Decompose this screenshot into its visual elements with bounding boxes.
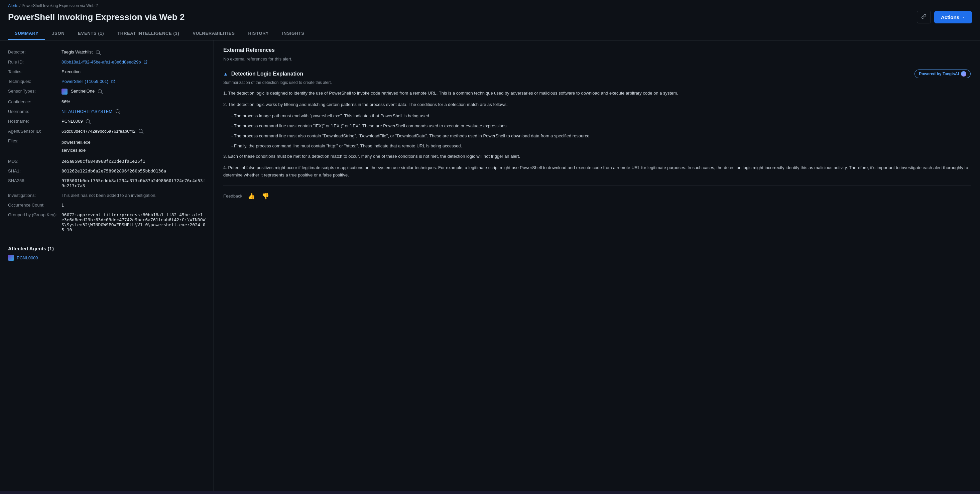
group-key-value: 96072:app:event-filter:process:80bb18a1-… <box>62 210 205 235</box>
detection-p3: 3. Each of these conditions must be met … <box>223 153 970 160</box>
rule-id-link[interactable]: 80bb18a1-ff82-45be-afe1-e3e6d8eed29b <box>62 59 141 65</box>
detection-bullet3: - The process command line must also con… <box>223 132 970 140</box>
right-panel: External References No external referenc… <box>214 40 980 491</box>
table-row: Techniques: PowerShell (T1059.001) <box>8 76 205 86</box>
left-panel: Detector: Taegis Watchlist Rule ID: 80bb… <box>0 40 214 491</box>
rule-id-value: 80bb18a1-ff82-45be-afe1-e3e6d8eed29b <box>62 57 205 67</box>
breadcrumb-alerts-link[interactable]: Alerts <box>8 3 18 8</box>
detector-search-icon[interactable] <box>96 50 100 55</box>
table-row: Tactics: Execution <box>8 67 205 76</box>
breadcrumb-separator: / <box>19 3 21 8</box>
detection-p2: 2. The detection logic works by filterin… <box>223 101 970 108</box>
thumbs-down-button[interactable]: 👎 <box>260 191 270 201</box>
agent-sensor-label: Agent/Sensor ID: <box>8 126 62 137</box>
page-title: PowerShell Invoking Expression via Web 2 <box>8 12 185 22</box>
detection-p1: 1. The detection logic is designed to id… <box>223 90 970 97</box>
investigations-label: Investigations: <box>8 191 62 200</box>
techniques-label: Techniques: <box>8 76 62 86</box>
tab-summary[interactable]: Summary <box>8 27 45 40</box>
sha1-value: 801262e122db6a2e758962896f260b55bbd0136a <box>62 166 205 176</box>
tactics-value: Execution <box>62 67 205 76</box>
meta-table: Detector: Taegis Watchlist Rule ID: 80bb… <box>8 47 205 235</box>
thumbs-up-button[interactable]: 👍 <box>247 191 256 201</box>
sha256-value: 9785001b0dcf755eddb8af294a373c0b87b24986… <box>62 176 205 191</box>
top-bar: Alerts / PowerShell Invoking Expression … <box>0 0 980 40</box>
tactics-label: Tactics: <box>8 67 62 76</box>
username-link[interactable]: NT AUTHORITY\SYSTEM <box>62 109 112 114</box>
username-value: NT AUTHORITY\SYSTEM <box>62 106 205 117</box>
sensor-value: SentinelOne <box>62 86 205 97</box>
confidence-value: 66% <box>62 97 205 106</box>
tab-events[interactable]: Events (1) <box>71 27 111 40</box>
detection-body: 1. The detection logic is designed to id… <box>223 90 970 179</box>
table-row: Files: powershell.exe services.exe <box>8 136 205 156</box>
hostname-value: PCNL0009 <box>62 116 205 126</box>
detection-subtitle: Summarization of the detection logic use… <box>223 80 970 85</box>
breadcrumb-current: PowerShell Invoking Expression via Web 2 <box>22 3 98 8</box>
confidence-label: Confidence: <box>8 97 62 106</box>
table-row: Occurrence Count: 1 <box>8 200 205 210</box>
feedback-label: Feedback <box>223 194 242 199</box>
agent-sensor-value: 63dc03dec47742e9bcc6a761feab6f42 <box>62 126 205 137</box>
group-key-label: Grouped by (Group Key): <box>8 210 62 235</box>
actions-button[interactable]: Actions <box>934 11 972 24</box>
tab-threat-intel[interactable]: Threat Intelligence (3) <box>111 27 186 40</box>
actions-label: Actions <box>941 14 959 20</box>
section-divider <box>8 240 205 240</box>
table-row: SHA1: 801262e122db6a2e758962896f260b55bb… <box>8 166 205 176</box>
table-row: SHA256: 9785001b0dcf755eddb8af294a373c0b… <box>8 176 205 191</box>
detection-logic-title: Detection Logic Explanation <box>231 71 303 77</box>
table-row: Agent/Sensor ID: 63dc03dec47742e9bcc6a76… <box>8 126 205 137</box>
agent-logo-icon <box>8 255 14 261</box>
username-label: Username: <box>8 106 62 117</box>
md5-value: 2e5a8590cf6848968fc23de3fa1e25f1 <box>62 156 205 166</box>
affected-agents-title: Affected Agents (1) <box>8 246 205 251</box>
taegis-ai-icon <box>961 71 966 76</box>
sensor-types-label: Sensor Types: <box>8 86 62 97</box>
rule-id-label: Rule ID: <box>8 57 62 67</box>
tab-insights[interactable]: Insights <box>275 27 311 40</box>
table-row: Grouped by (Group Key): 96072:app:event-… <box>8 210 205 235</box>
tab-history[interactable]: History <box>241 27 275 40</box>
files-value: powershell.exe services.exe <box>62 136 205 156</box>
breadcrumb: Alerts / PowerShell Invoking Expression … <box>8 3 972 8</box>
collapse-icon[interactable]: ▲ <box>223 71 228 76</box>
sensor-search-icon[interactable] <box>98 89 103 94</box>
taegis-badge-label: Powered by TaegisAI <box>919 71 959 76</box>
agent-search-icon[interactable] <box>139 129 143 134</box>
techniques-value: PowerShell (T1059.001) <box>62 76 205 86</box>
link-icon <box>921 14 926 19</box>
copy-link-button[interactable] <box>917 11 931 24</box>
agent-name-link[interactable]: PCNL0009 <box>17 255 38 261</box>
table-row: Confidence: 66% <box>8 97 205 106</box>
table-row: MD5: 2e5a8590cf6848968fc23de3fa1e25f1 <box>8 156 205 166</box>
table-row: Detector: Taegis Watchlist <box>8 47 205 57</box>
table-row: Rule ID: 80bb18a1-ff82-45be-afe1-e3e6d8e… <box>8 57 205 67</box>
title-row: PowerShell Invoking Expression via Web 2… <box>8 11 972 24</box>
techniques-link[interactable]: PowerShell (T1059.001) <box>62 79 108 84</box>
detector-value: Taegis Watchlist <box>62 47 205 57</box>
tab-json[interactable]: JSON <box>45 27 71 40</box>
detection-logic-header: ▲ Detection Logic Explanation Powered by… <box>223 70 970 78</box>
table-row: Username: NT AUTHORITY\SYSTEM <box>8 106 205 117</box>
main-content: Detector: Taegis Watchlist Rule ID: 80bb… <box>0 40 980 491</box>
detection-p4: 4. Potential false positives might occur… <box>223 164 970 179</box>
tab-vulnerabilities[interactable]: Vulnerabilities <box>186 27 241 40</box>
table-row: Sensor Types: SentinelOne <box>8 86 205 97</box>
username-search-icon[interactable] <box>116 109 120 114</box>
detection-bullet1: - The process image path must end with "… <box>223 112 970 120</box>
tabs-row: Summary JSON Events (1) Threat Intellige… <box>8 27 972 40</box>
taegis-ai-badge: Powered by TaegisAI <box>915 70 970 78</box>
detection-bullet2: - The process command line must contain … <box>223 122 970 130</box>
occurrence-value: 1 <box>62 200 205 210</box>
chevron-down-icon <box>961 15 965 19</box>
detection-bullet4: - Finally, the process command line must… <box>223 142 970 150</box>
hostname-search-icon[interactable] <box>86 119 91 124</box>
files-label: Files: <box>8 136 62 156</box>
techniques-external-icon <box>111 79 115 84</box>
md5-label: MD5: <box>8 156 62 166</box>
sha256-label: SHA256: <box>8 176 62 191</box>
ext-refs-none: No external references for this alert. <box>223 57 970 62</box>
sentinelone-logo <box>62 89 67 95</box>
table-row: Investigations: This alert has not been … <box>8 191 205 200</box>
